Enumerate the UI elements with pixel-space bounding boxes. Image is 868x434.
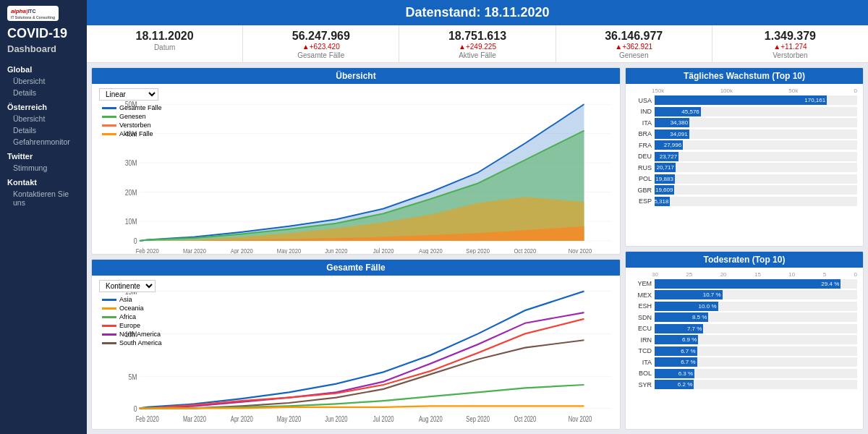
death-rates-bars: YEM 29.4 % MEX 10.7 % ESH 10.0 % SDN 8.5… (631, 279, 857, 391)
bar-row: ITA 6.7 % (631, 357, 857, 367)
app-title: COVID-19 Dashboard (0, 24, 87, 61)
svg-text:Oct 2020: Oct 2020 (514, 247, 536, 255)
bar-row: TCD 6.7 % (631, 346, 857, 356)
bar-outer: 19,883 (655, 174, 857, 184)
bar-fill: 45,576 (655, 107, 701, 116)
bar-row: POL 19,883 (631, 174, 857, 184)
bar-row: FRA 27,996 (631, 140, 857, 150)
death-rates-card: Todesraten (Top 10) 30 25 20 15 10 5 0 Y… (625, 251, 864, 430)
gesamte-faelle-body: Kontinente Länder Asia Oceania Africa Eu… (92, 276, 620, 429)
svg-text:10M: 10M (125, 217, 137, 226)
bar-country-label: YEM (631, 280, 652, 287)
ubersicht-legend: Gesamte Fälle Genesen Verstorben Aktive … (102, 104, 162, 137)
svg-text:Nov 2020: Nov 2020 (569, 416, 592, 424)
bar-country-label: TCD (631, 347, 652, 354)
svg-text:Feb 2020: Feb 2020 (136, 247, 159, 255)
gesamte-faelle-dropdown[interactable]: Kontinente Länder (99, 280, 156, 292)
bar-country-label: BOL (631, 370, 652, 377)
nav-kontakt[interactable]: Kontaktieren Sie uns (0, 188, 87, 208)
bar-fill: 23,727 (655, 152, 678, 161)
stat-gesamte-value: 56.247.969 (246, 30, 396, 43)
svg-text:Jul 2020: Jul 2020 (373, 416, 394, 424)
daily-growth-bars: USA 170,161 IND 45,576 ITA 34,380 BRA 34… (631, 95, 857, 208)
legend-label-asia: Asia (119, 296, 132, 303)
bar-row: IRN 6.9 % (631, 335, 857, 344)
bar-row: ECU 7.7 % (631, 324, 857, 333)
stat-verstorben-delta: ▲+11.274 (715, 43, 865, 51)
svg-text:Jun 2020: Jun 2020 (325, 416, 347, 424)
bar-outer: 170,161 (655, 95, 857, 105)
stat-datum: 18.11.2020 Datum (87, 25, 243, 62)
legend-dot-oceania (102, 307, 116, 310)
bar-row: BOL 6.3 % (631, 369, 857, 378)
svg-text:Aug 2020: Aug 2020 (419, 416, 443, 424)
legend-dot-africa (102, 316, 116, 318)
bar-fill: 19,609 (655, 185, 674, 195)
bar-fill: 20,717 (655, 163, 676, 172)
legend-dot-europe (102, 325, 116, 327)
legend-verstorben: Verstorben (102, 122, 162, 129)
bar-row: ITA 34,380 (631, 118, 857, 127)
legend-label-north-america: North America (119, 331, 161, 338)
death-rates-axis: 30 25 20 15 10 5 0 (631, 271, 857, 278)
section-twitter: Twitter (0, 148, 87, 162)
dbar-fill: 10.7 % (655, 290, 723, 299)
nav-global-details[interactable]: Details (0, 87, 87, 98)
death-rates-title: Todesraten (Top 10) (626, 252, 863, 268)
bar-outer: 6.3 % (655, 369, 857, 378)
stat-genesen-label: Genesen (559, 51, 709, 59)
ubersicht-body: Linear Logarithmic Gesamte Fälle Genesen… (92, 84, 620, 254)
section-kontakt: Kontakt (0, 174, 87, 188)
dbar-fill: 29.4 % (655, 279, 841, 289)
legend-europe: Europe (102, 322, 162, 329)
legend-dot-verstorben (102, 124, 116, 127)
legend-dot-south-america (102, 342, 116, 344)
legend-label-aktive: Aktive Fälle (119, 130, 153, 137)
main-area: Datenstand: 18.11.2020 18.11.2020 Datum … (87, 0, 868, 434)
nav-osterreich-ubersicht[interactable]: Übersicht (0, 113, 87, 124)
legend-dot-aktive (102, 133, 116, 135)
bar-outer: 15,318 (655, 197, 857, 206)
bar-country-label: ITA (631, 119, 652, 127)
nav-osterreich-details[interactable]: Details (0, 124, 87, 136)
nav-twitter-stimmung[interactable]: Stimmung (0, 162, 87, 174)
stat-verstorben: 1.349.379 ▲+11.274 Verstorben (712, 25, 868, 62)
daily-growth-card: Tägliches Wachstum (Top 10) 150k 100k 50… (625, 67, 864, 247)
stat-gesamte-delta: ▲+623.420 (246, 43, 396, 51)
bar-outer: 10.7 % (655, 290, 857, 299)
bar-country-label: USA (631, 97, 652, 104)
legend-south-america: South America (102, 339, 162, 346)
ubersicht-title: Übersicht (92, 68, 620, 84)
logo-sub: IT Solutions & Consulting (11, 15, 55, 20)
bar-outer: 6.2 % (655, 380, 857, 389)
bar-country-label: IND (631, 108, 652, 115)
svg-text:Sep 2020: Sep 2020 (466, 416, 490, 424)
death-rates-body: 30 25 20 15 10 5 0 YEM 29.4 % MEX 10.7 %… (626, 268, 863, 430)
stats-row: 18.11.2020 Datum 56.247.969 ▲+623.420 Ge… (87, 25, 868, 63)
stat-verstorben-label: Verstorben (715, 51, 865, 59)
bar-outer: 6.7 % (655, 357, 857, 367)
dbar-fill: 6.9 % (655, 335, 698, 344)
svg-text:20M: 20M (125, 188, 137, 197)
dbar-fill: 7.7 % (655, 324, 703, 333)
dbar-fill: 6.2 % (655, 380, 694, 389)
ubersicht-svg: 50M 40M 30M 20M 10M 0 Fe (96, 90, 616, 255)
nav-osterreich-gefahrenmonitor[interactable]: Gefahrenmonitor (0, 136, 87, 148)
ubersicht-dropdown[interactable]: Linear Logarithmic (99, 88, 158, 101)
stat-gesamte: 56.247.969 ▲+623.420 Gesamte Fälle (243, 25, 399, 62)
gesamte-faelle-card: Gesamte Fälle Kontinente Länder Asia Oce… (91, 259, 621, 430)
svg-text:Apr 2020: Apr 2020 (231, 247, 253, 255)
stat-datum-label: Datum (90, 43, 239, 51)
stat-genesen: 36.146.977 ▲+362.921 Genesen (556, 25, 712, 62)
svg-text:Jun 2020: Jun 2020 (325, 247, 348, 255)
bar-country-label: DEU (631, 153, 652, 160)
legend-gesamte: Gesamte Fälle (102, 104, 162, 111)
bar-row: SYR 6.2 % (631, 380, 857, 389)
bar-outer: 23,727 (655, 152, 857, 161)
bar-outer: 20,717 (655, 163, 857, 172)
bar-outer: 6.9 % (655, 335, 857, 344)
nav-global-ubersicht[interactable]: Übersicht (0, 75, 87, 87)
bar-outer: 6.7 % (655, 346, 857, 356)
bar-fill: 19,883 (655, 174, 675, 184)
gesamte-faelle-title: Gesamte Fälle (92, 260, 620, 276)
